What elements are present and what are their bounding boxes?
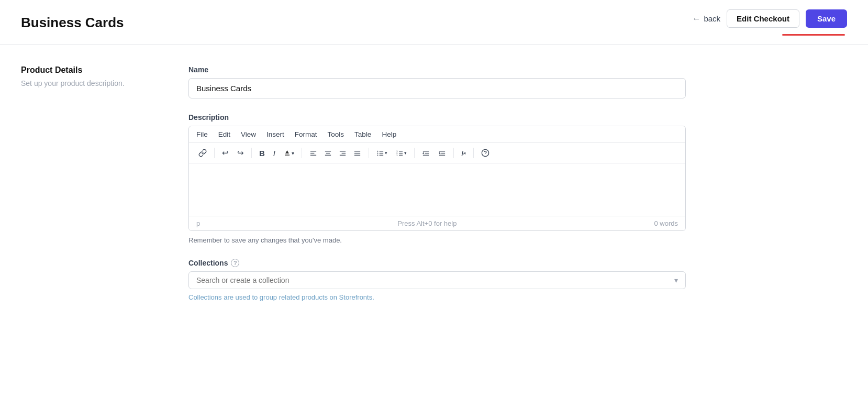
align-center-button[interactable]	[321, 147, 335, 159]
indent-button[interactable]	[435, 147, 449, 159]
editor-toolbar: ↩ ↪ B I ▾	[189, 143, 685, 163]
svg-text:3.: 3.	[396, 154, 398, 156]
collections-input-wrapper[interactable]: ▾	[188, 271, 686, 289]
form-area: Name Description File Edit View Insert F…	[188, 65, 686, 301]
menu-format[interactable]: Format	[295, 130, 317, 138]
toolbar-sep-5	[414, 148, 415, 158]
collections-help-icon[interactable]: ?	[231, 259, 239, 267]
toolbar-sep-7	[473, 148, 474, 158]
name-label: Name	[188, 65, 686, 74]
sidebar-section-title: Product Details	[21, 65, 157, 75]
svg-point-17	[377, 155, 379, 156]
collections-input[interactable]	[196, 276, 674, 284]
clear-format-button[interactable]: Ix	[458, 147, 469, 160]
editor-word-count: 0 words	[654, 219, 678, 227]
undo-button[interactable]: ↩	[219, 146, 232, 160]
header-actions: ← back Edit Checkout Save	[692, 9, 847, 36]
save-button[interactable]: Save	[806, 9, 847, 28]
toolbar-sep-6	[453, 148, 454, 158]
name-input[interactable]	[188, 78, 686, 98]
header-actions-row: ← back Edit Checkout Save	[692, 9, 847, 28]
align-justify-button[interactable]	[350, 147, 364, 159]
svg-point-15	[377, 150, 379, 151]
collections-chevron-icon: ▾	[674, 276, 678, 284]
link-button[interactable]	[195, 147, 210, 159]
svg-point-16	[377, 152, 379, 153]
editor-hint: Press Alt+0 for help	[397, 219, 457, 227]
editor-tag: p	[196, 219, 200, 227]
menu-tools[interactable]: Tools	[328, 130, 344, 138]
editor-body[interactable]	[189, 163, 685, 216]
description-editor: File Edit View Insert Format Tools Table…	[188, 126, 686, 231]
redo-button[interactable]: ↪	[234, 146, 247, 160]
page-header: Business Cards ← back Edit Checkout Save	[0, 0, 868, 45]
back-label: back	[704, 14, 720, 23]
header-underline	[782, 34, 845, 36]
outdent-button[interactable]	[419, 147, 433, 159]
menu-file[interactable]: File	[196, 130, 208, 138]
highlight-button[interactable]: ▾	[281, 147, 297, 159]
back-arrow-icon: ←	[692, 14, 700, 24]
page-title: Business Cards	[21, 15, 124, 31]
editor-menubar: File Edit View Insert Format Tools Table…	[189, 126, 685, 143]
bullet-list-button[interactable]: ▾	[373, 147, 391, 159]
description-label: Description	[188, 113, 686, 122]
sidebar: Product Details Set up your product desc…	[21, 65, 157, 301]
editor-footer: p Press Alt+0 for help 0 words	[189, 216, 685, 230]
collections-hint: Collections are used to group related pr…	[188, 293, 686, 301]
toolbar-sep-1	[214, 148, 215, 158]
main-content: Product Details Set up your product desc…	[0, 45, 868, 322]
italic-button[interactable]: I	[270, 147, 279, 160]
menu-help[interactable]: Help	[382, 130, 396, 138]
sidebar-section-subtitle: Set up your product description.	[21, 79, 157, 87]
edit-checkout-button[interactable]: Edit Checkout	[727, 9, 799, 28]
toolbar-sep-4	[369, 148, 369, 158]
toolbar-sep-2	[251, 148, 252, 158]
align-right-button[interactable]	[336, 147, 350, 159]
menu-view[interactable]: View	[241, 130, 256, 138]
toolbar-sep-3	[302, 148, 302, 158]
align-left-button[interactable]	[306, 147, 320, 159]
align-group	[306, 147, 364, 159]
bold-button[interactable]: B	[256, 147, 268, 160]
help-button[interactable]	[478, 147, 493, 159]
save-reminder: Remember to save any changes that you've…	[188, 236, 686, 244]
numbered-list-button[interactable]: 1.2.3. ▾	[393, 147, 410, 159]
menu-edit[interactable]: Edit	[218, 130, 230, 138]
back-button[interactable]: ← back	[692, 14, 720, 24]
menu-table[interactable]: Table	[354, 130, 371, 138]
menu-insert[interactable]: Insert	[266, 130, 284, 138]
collections-label: Collections ?	[188, 259, 686, 267]
